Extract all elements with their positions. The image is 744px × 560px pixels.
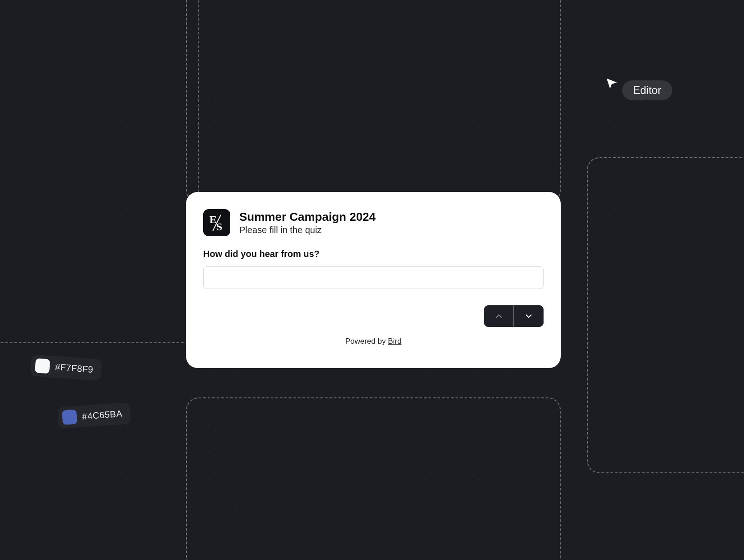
quiz-nav [203, 305, 544, 327]
chevron-down-icon [524, 311, 534, 321]
quiz-stepper [484, 305, 544, 327]
quiz-card-header: E S Summer Campaign 2024 Please fill in … [203, 209, 544, 236]
quiz-prev-button[interactable] [484, 305, 514, 327]
quiz-footer: Powered by Bird [203, 337, 544, 346]
quiz-next-button[interactable] [514, 305, 544, 327]
dashed-frame [0, 0, 199, 343]
quiz-card: E S Summer Campaign 2024 Please fill in … [186, 192, 561, 368]
brand-logo: E S [203, 209, 230, 236]
quiz-question: How did you hear from us? [203, 249, 544, 259]
cursor-icon [605, 77, 618, 90]
brand-logo-icon: E S [206, 212, 227, 233]
svg-text:E: E [209, 214, 217, 225]
collab-cursor: Editor [605, 77, 618, 92]
collab-cursor-label: Editor [622, 80, 672, 100]
color-chip-hex: #4C65BA [82, 408, 123, 421]
color-swatch [35, 358, 50, 373]
quiz-title: Summer Campaign 2024 [239, 210, 376, 224]
chevron-up-icon [494, 311, 504, 321]
quiz-answer-input[interactable] [203, 266, 544, 289]
powered-by-prefix: Powered by [345, 337, 388, 345]
quiz-subtitle: Please fill in the quiz [239, 225, 376, 235]
dashed-frame [186, 0, 561, 203]
color-chip[interactable]: #F7F8F9 [30, 355, 102, 381]
color-chip-hex: #F7F8F9 [55, 362, 93, 375]
dashed-frame [587, 157, 744, 473]
powered-by-link[interactable]: Bird [388, 337, 401, 345]
color-swatch [62, 410, 77, 425]
dashed-frame [186, 397, 561, 560]
color-chip[interactable]: #4C65BA [57, 402, 131, 429]
